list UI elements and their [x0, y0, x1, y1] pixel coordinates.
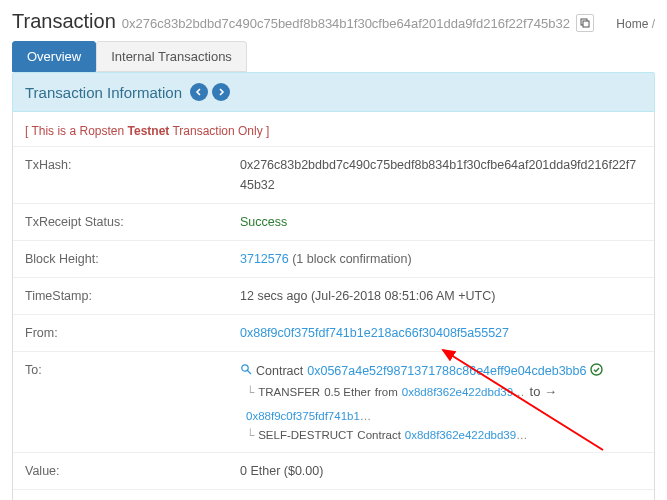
transfer-amount: 0.5 Ether — [324, 383, 371, 401]
label-timestamp: TimeStamp: — [25, 286, 240, 306]
tree-icon: └ — [246, 426, 254, 444]
check-circle-icon — [590, 360, 603, 382]
label-from: From: — [25, 323, 240, 343]
tree-icon: └ — [246, 383, 254, 401]
search-icon[interactable] — [240, 361, 252, 382]
page-title: Transaction — [12, 10, 116, 33]
next-tx-button[interactable] — [212, 83, 230, 101]
prev-tx-button[interactable] — [190, 83, 208, 101]
home-link[interactable]: Home — [616, 17, 648, 31]
tab-row: Overview Internal Transactions — [12, 41, 655, 72]
page-header: Transaction 0x276c83b2bdbd7c490c75bedf8b… — [0, 0, 667, 41]
selfdestruct-link[interactable]: 0x8d8f362e422dbd39… — [405, 426, 529, 444]
block-height-link[interactable]: 3712576 — [240, 252, 289, 266]
value-txhash: 0x276c83b2bdbd7c490c75bedf8b834b1f30cfbe… — [240, 155, 642, 195]
panel-body: [ This is a Ropsten Testnet Transaction … — [12, 112, 655, 500]
header-txhash: 0x276c83b2bdbd7c490c75bedf8b834b1f30cfbe… — [122, 16, 570, 31]
selfdestruct-contract-word: Contract — [357, 426, 400, 444]
testnet-notice: [ This is a Ropsten Testnet Transaction … — [13, 116, 654, 146]
label-txhash: TxHash: — [25, 155, 240, 195]
panel-heading: Transaction Information — [12, 72, 655, 112]
to-contract-link[interactable]: 0x0567a4e52f9871371788c86e4eff9e04cdeb3b… — [307, 361, 586, 381]
copy-icon[interactable] — [576, 14, 594, 32]
svg-point-4 — [591, 364, 602, 375]
label-block-height: Block Height: — [25, 249, 240, 269]
tab-overview[interactable]: Overview — [12, 41, 96, 72]
transfer-label: TRANSFER — [258, 383, 320, 401]
svg-point-2 — [242, 365, 248, 371]
svg-rect-1 — [583, 21, 589, 27]
label-to: To: — [25, 360, 240, 444]
transfer-to-word: to → — [530, 382, 557, 403]
tab-internal-transactions[interactable]: Internal Transactions — [96, 41, 247, 72]
value-value: 0 Ether ($0.00) — [240, 461, 642, 481]
to-contract-word: Contract — [256, 361, 303, 381]
value-receipt-status: Success — [240, 212, 642, 232]
label-value: Value: — [25, 461, 240, 481]
selfdestruct-label: SELF-DESTRUCT — [258, 426, 353, 444]
transfer-from-link[interactable]: 0x8d8f362e422dbd39… — [402, 383, 526, 401]
transfer-to-link[interactable]: 0x88f9c0f375fdf741b1… — [246, 407, 372, 425]
block-confirmations: (1 block confirmation) — [292, 252, 412, 266]
breadcrumb-sep: / — [652, 17, 655, 31]
breadcrumb: Home / — [608, 17, 655, 31]
value-timestamp: 12 secs ago (Jul-26-2018 08:51:06 AM +UT… — [240, 286, 642, 306]
svg-line-3 — [248, 370, 252, 374]
label-receipt-status: TxReceipt Status: — [25, 212, 240, 232]
from-address-link[interactable]: 0x88f9c0f375fdf741b1e218ac66f30408f5a555… — [240, 326, 509, 340]
transfer-from-word: from — [375, 383, 398, 401]
panel-title: Transaction Information — [25, 84, 182, 101]
